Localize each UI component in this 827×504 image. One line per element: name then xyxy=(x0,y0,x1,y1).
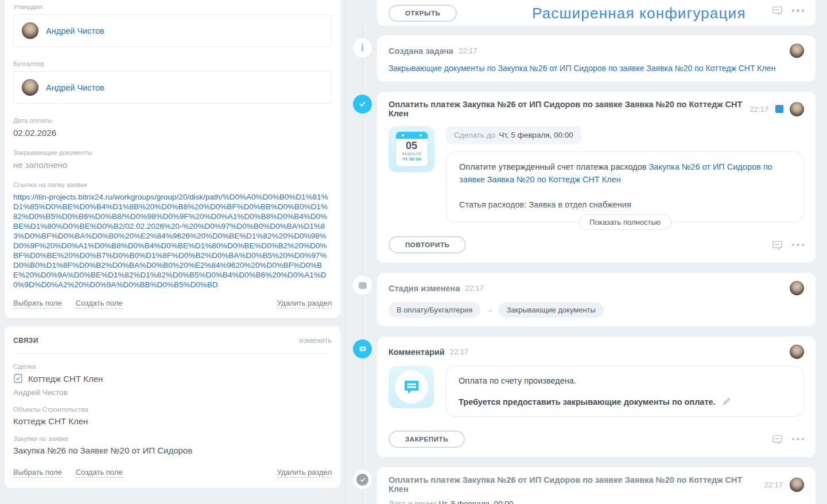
entry-time: 22:17 xyxy=(450,347,469,356)
datetime-value: Чт, 5 февраля, 00:00 xyxy=(438,499,513,504)
calendar-day: 05 xyxy=(396,140,428,152)
deal-label: Сделка xyxy=(13,363,332,370)
check-icon xyxy=(353,95,372,114)
avatar xyxy=(790,345,804,359)
details-card: Утвердил Андрей Чистов Бухгалтер Андрей … xyxy=(5,0,340,318)
avatar xyxy=(22,79,38,96)
deal-document-icon xyxy=(13,373,23,384)
entry-time: 22:17 xyxy=(750,105,768,114)
calendar-weekday-time: ЧТ 00:00 xyxy=(396,157,428,162)
avatar xyxy=(790,478,804,492)
more-menu-icon[interactable] xyxy=(792,9,805,12)
calendar-bar xyxy=(396,132,428,139)
entry-title: Оплатить платеж Закупка №26 от ИП Сидоро… xyxy=(389,475,759,494)
entry-title: Создана задача xyxy=(389,46,453,56)
task-marker xyxy=(775,105,783,113)
timeline-panel: ОТКРЫТЬ Расширенная конфигурация i Созда… xyxy=(345,0,827,504)
entry-title: Оплатить платеж Закупка №26 от ИП Сидоро… xyxy=(389,100,744,118)
purchases-value[interactable]: Закупка №26 по Заявке №20 от ИП Сидоров xyxy=(13,446,332,455)
closing-docs-value[interactable]: не заполнено xyxy=(13,160,332,170)
payment-date-value[interactable]: 02.02.2026 xyxy=(13,128,332,138)
arrow-right-icon: → xyxy=(486,306,493,314)
select-field-link[interactable]: Выбрать поле xyxy=(13,468,62,478)
accountant-label: Бухгалтер xyxy=(13,60,332,67)
comment-icon xyxy=(353,339,372,358)
timeline-entry-task-pay: Оплатить платеж Закупка №26 от ИП Сидоро… xyxy=(377,92,816,263)
create-field-link[interactable]: Создать поле xyxy=(76,299,123,308)
relations-title: СВЯЗИ xyxy=(13,337,38,345)
relations-card: СВЯЗИ изменить Сделка Коттедж СНТ Клен А… xyxy=(5,326,340,488)
divider xyxy=(13,353,332,354)
note-icon[interactable] xyxy=(772,434,783,445)
select-field-link[interactable]: Выбрать поле xyxy=(13,299,62,308)
stage-icon xyxy=(353,276,372,295)
entry-title: Комментарий xyxy=(389,347,445,357)
open-button[interactable]: ОТКРЫТЬ xyxy=(389,5,457,22)
timeline-entry-task-created: i Создана задача 22:17 Закрывающие докум… xyxy=(377,36,816,81)
task-description-box: Оплатите утвержденный счет платежа расхо… xyxy=(446,151,804,222)
edit-pencil-icon[interactable] xyxy=(723,397,731,405)
timeline-entry-task-done: Оплатить платеж Закупка №26 от ИП Сидоро… xyxy=(377,467,816,504)
due-value: Чт, 5 февраля, 00:00 xyxy=(499,131,573,139)
calendar-month: ФЕВРАЛЯ xyxy=(396,152,428,156)
objects-value[interactable]: Коттедж СНТ Клен xyxy=(13,416,332,426)
accountant-field[interactable]: Андрей Чистов xyxy=(13,71,332,104)
accountant-user-link[interactable]: Андрей Чистов xyxy=(46,83,104,92)
repeat-button[interactable]: ПОВТОРИТЬ xyxy=(389,236,466,253)
stage-to-badge: Закрывающие документы xyxy=(498,302,604,318)
stage-from-badge: В оплату/Бухгалтерия xyxy=(389,302,480,318)
timeline-entry-comment: Комментарий 22:17 xyxy=(377,337,816,457)
approved-user-link[interactable]: Андрей Чистов xyxy=(46,26,104,36)
avatar xyxy=(790,44,804,58)
timeline-entry-stage-changed: Стадия изменена 22:17 В оплату/Бухгалтер… xyxy=(377,273,816,326)
purchases-label: Закупки по заявке xyxy=(13,435,332,442)
payment-date-label: Дата оплаты xyxy=(13,117,332,124)
deal-value[interactable]: Коттедж СНТ Клен xyxy=(28,374,103,384)
calendar-tile: 05 ФЕВРАЛЯ ЧТ 00:00 xyxy=(389,126,434,172)
objects-label: Объекты Строительства xyxy=(13,406,332,413)
due-pill: Сделать до Чт, 5 февраля, 00:00 xyxy=(446,126,581,144)
folder-link-url[interactable]: https://itin-projects.bitrix24.ru/workgr… xyxy=(13,192,332,290)
note-icon[interactable] xyxy=(772,5,783,16)
comment-line-1: Оплата по счету произведена. xyxy=(459,376,791,385)
page: Утвердил Андрей Чистов Бухгалтер Андрей … xyxy=(0,0,827,504)
folder-link-label: Ссылка на папку заявки xyxy=(13,181,332,188)
approved-label: Утвердил xyxy=(13,3,332,10)
note-icon[interactable] xyxy=(772,240,783,251)
more-menu-icon[interactable] xyxy=(792,438,805,441)
task-link[interactable]: Закрывающие документы по Закупка №26 от … xyxy=(389,64,775,73)
more-menu-icon[interactable] xyxy=(792,244,805,247)
comment-tile-icon xyxy=(389,366,434,408)
avatar xyxy=(790,281,804,295)
details-panel: Утвердил Андрей Чистов Бухгалтер Андрей … xyxy=(0,0,345,504)
timeline-header-card: ОТКРЫТЬ Расширенная конфигурация xyxy=(377,0,816,26)
comment-line-2: Требуется предоставить закрывающие докум… xyxy=(459,397,716,407)
comment-text-box: Оплата по счету произведена. Требуется п… xyxy=(445,366,804,417)
deal-person: Андрей Чистов xyxy=(13,388,332,397)
pin-button[interactable]: ЗАКРЕПИТЬ xyxy=(389,431,465,448)
approved-field[interactable]: Андрей Чистов xyxy=(13,14,332,47)
entry-time: 22:17 xyxy=(459,46,477,55)
entry-time: 22:17 xyxy=(465,284,484,292)
relations-edit-link[interactable]: изменить xyxy=(299,336,332,345)
configuration-title: Расширенная конфигурация xyxy=(532,5,746,22)
info-icon: i xyxy=(353,38,372,57)
datetime-label: Дата и время xyxy=(389,499,437,504)
entry-title: Стадия изменена xyxy=(389,284,460,293)
closing-docs-label: Закрывающие документы xyxy=(13,149,332,156)
create-field-link[interactable]: Создать поле xyxy=(76,468,123,478)
avatar xyxy=(790,102,804,116)
entry-time: 22:17 xyxy=(764,480,783,489)
avatar xyxy=(22,22,38,39)
check-done-icon xyxy=(353,470,372,489)
timeline-line xyxy=(362,17,363,504)
task-description-text: Оплатите утвержденный счет платежа расхо… xyxy=(459,162,647,171)
delete-section-link[interactable]: Удалить раздел xyxy=(277,468,332,478)
due-label: Сделать до xyxy=(454,131,495,139)
delete-section-link[interactable]: Удалить раздел xyxy=(277,299,332,308)
show-full-button[interactable]: Показать полностью xyxy=(578,214,671,230)
